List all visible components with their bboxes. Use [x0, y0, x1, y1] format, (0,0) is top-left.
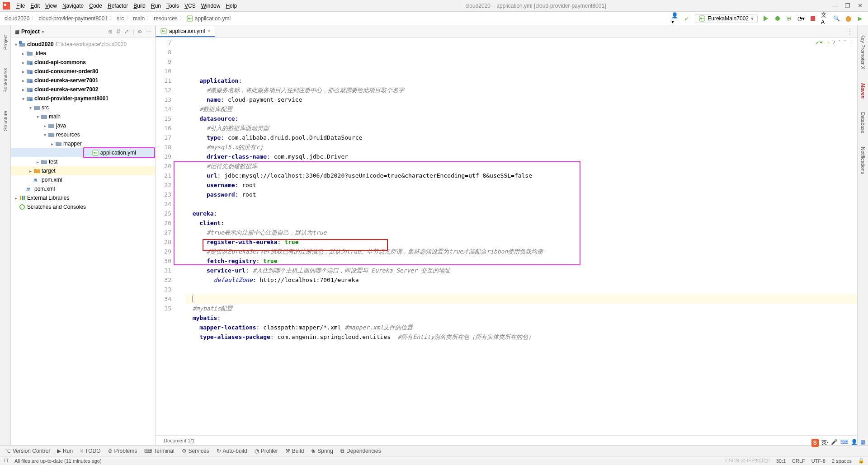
code-line-21[interactable]: eureka: — [185, 209, 857, 218]
code-line-31[interactable]: #mybatis配置 — [185, 304, 857, 313]
code-line-34[interactable]: type-aliases-package: com.angenin.spring… — [185, 332, 857, 342]
expand-arrow[interactable]: ▸ — [20, 87, 26, 92]
code-line-12[interactable]: #引入的数据库驱动类型 — [185, 123, 857, 133]
tool-window-todo[interactable]: ≡TODO — [80, 448, 100, 454]
tool-window-version-control[interactable]: ⌥Version Control — [5, 448, 50, 454]
tree-item-pom-xml[interactable]: pom.xml — [11, 175, 155, 184]
tree-item-cloud2020[interactable]: ▾cloud2020 E:\idea-workspace\cloud2020 — [11, 40, 155, 49]
tool-window-terminal[interactable]: ⌨Terminal — [144, 448, 174, 454]
back-arrow-icon[interactable]: ↙ — [683, 15, 690, 22]
expand-arrow[interactable]: ▸ — [20, 69, 26, 74]
breadcrumb-item[interactable]: application.yml — [195, 15, 231, 22]
code-line-22[interactable]: client: — [185, 218, 857, 228]
code-line-33[interactable]: mapper-locations: classpath:mapper/*.xml… — [185, 323, 857, 332]
expand-arrow[interactable]: ▸ — [20, 78, 26, 83]
tool-window-build[interactable]: ⚒Build — [285, 448, 304, 454]
code-line-14[interactable]: #mysql5.x的没有cj — [185, 142, 857, 152]
code-line-16[interactable]: #记得先创建数据库 — [185, 161, 857, 171]
menu-file[interactable]: File — [14, 2, 28, 10]
expand-arrow[interactable]: ▾ — [20, 96, 26, 101]
breadcrumb-item[interactable]: cloud2020 — [5, 15, 29, 22]
run-anything-icon[interactable]: ▶ — [856, 15, 863, 22]
keyboard-icon[interactable]: ⌨ — [840, 439, 848, 447]
close-tab-icon[interactable]: × — [207, 28, 210, 34]
expand-arrow[interactable]: ▾ — [34, 114, 41, 119]
expand-all-icon[interactable]: ⇵ — [116, 28, 121, 35]
code-line-25[interactable]: #是否从EurekaServer抓取已有的注册信息，默认为true。单节点无所谓… — [185, 247, 857, 256]
tree-item-java[interactable]: ▸java — [11, 121, 155, 130]
code-line-35[interactable] — [185, 342, 857, 351]
code-line-11[interactable]: datasource: — [185, 114, 857, 123]
user-icon[interactable]: 👤 — [851, 439, 858, 447]
close-window-button[interactable]: ✕ — [858, 2, 863, 9]
hide-icon[interactable]: — — [146, 28, 151, 35]
search-icon[interactable]: 🔍 — [833, 15, 840, 22]
run-config-selector[interactable]: EurekaMain7002 ▾ — [695, 14, 758, 23]
expand-arrow[interactable]: ▸ — [34, 160, 41, 164]
menu-window[interactable]: Window — [198, 2, 223, 10]
idea-icon[interactable]: ⬤ — [844, 15, 852, 22]
breadcrumb-item[interactable]: main — [133, 15, 145, 22]
inspection-widget[interactable]: ✔⏷ ⚠2 ˆˇ⋮ — [816, 40, 854, 46]
ime-icon[interactable]: S — [811, 439, 819, 447]
breadcrumb-item[interactable]: src — [117, 15, 124, 22]
code-line-20[interactable] — [185, 199, 857, 209]
menu-view[interactable]: View — [42, 2, 60, 10]
tree-item-cloud-consumer-order80[interactable]: ▸cloud-consumer-order80 — [11, 67, 155, 76]
code-editor[interactable]: ✔⏷ ⚠2 ˆˇ⋮ 789101112131415161718192021222… — [156, 38, 857, 435]
collapse-all-icon[interactable]: ⤢ — [124, 28, 129, 35]
tool-window-services[interactable]: ⚙Services — [182, 448, 209, 454]
tree-item-application-yml[interactable]: application.yml — [11, 148, 155, 157]
lang-icon[interactable]: 英· — [821, 439, 828, 447]
tree-item-resources[interactable]: ▾resources — [11, 130, 155, 139]
tab-options-icon[interactable]: ⋮ — [847, 28, 857, 35]
debug-icon[interactable] — [774, 15, 781, 22]
tree-item-external-libraries[interactable]: ▸External Libraries — [11, 193, 155, 202]
translate-icon[interactable]: 文A — [821, 15, 828, 22]
mic-icon[interactable]: 🎤 — [831, 439, 838, 447]
code-line-27[interactable]: service-url: #入住到哪个主机上面的哪个端口，即设置与 Eureka… — [185, 266, 857, 275]
expand-arrow[interactable]: ▾ — [13, 42, 19, 47]
project-tree[interactable]: ▾cloud2020 E:\idea-workspace\cloud2020▸.… — [11, 38, 155, 445]
code-line-13[interactable]: type: com.alibaba.druid.pool.DruidDataSo… — [185, 133, 857, 142]
grid-icon[interactable]: ▦ — [860, 439, 865, 447]
tree-item-pom-xml[interactable]: pom.xml — [11, 184, 155, 193]
tree-item-cloud-provider-payment8001[interactable]: ▾cloud-provider-payment8001 — [11, 94, 155, 103]
stop-icon[interactable] — [809, 15, 816, 22]
code-line-9[interactable]: name: cloud-payment-service — [185, 95, 857, 104]
expand-arrow[interactable]: ▸ — [20, 60, 26, 65]
code-line-10[interactable]: #数据库配置 — [185, 104, 857, 114]
gear-icon[interactable]: ⚙ — [137, 28, 142, 35]
code-line-17[interactable]: url: jdbc:mysql://localhost:3306/db2020?… — [185, 171, 857, 180]
tool-window-spring[interactable]: ❀Spring — [311, 448, 333, 454]
code-line-26[interactable]: fetch-registry: true — [185, 256, 857, 266]
line-separator[interactable]: CRLF — [792, 458, 805, 464]
sidebar-tab-notifications[interactable]: Notifications — [860, 147, 866, 174]
caret-position[interactable]: 30:1 — [776, 458, 786, 464]
code-line-24[interactable]: register-with-eureka: true — [185, 237, 857, 247]
code-line-23[interactable]: #true表示向注册中心注册自己，默认为true — [185, 228, 857, 237]
expand-arrow[interactable]: ▸ — [13, 196, 19, 201]
sidebar-tab-keypromoter[interactable]: Key Promoter X — [860, 34, 866, 70]
tree-item-target[interactable]: ▸target — [11, 166, 155, 175]
tool-window-profiler[interactable]: ◔Profiler — [255, 448, 278, 454]
expand-arrow[interactable]: ▸ — [27, 169, 33, 174]
expand-arrow[interactable]: ▸ — [42, 123, 48, 128]
tree-item-cloud-api-commons[interactable]: ▸cloud-api-commons — [11, 58, 155, 67]
indent-info[interactable]: 2 spaces — [832, 458, 852, 464]
select-opened-file-icon[interactable]: ⊕ — [108, 28, 113, 35]
tree-item-cloud-eureka-server7001[interactable]: ▸cloud-eureka-server7001 — [11, 76, 155, 85]
file-encoding[interactable]: UTF-8 — [811, 458, 826, 464]
breadcrumb-item[interactable]: resources — [154, 15, 178, 22]
code-line-8[interactable]: #微服务名称，将此服务项目入住到注册中心，那么就需要给此项目取个名字 — [185, 85, 857, 95]
code-content[interactable]: application: #微服务名称，将此服务项目入住到注册中心，那么就需要给… — [183, 38, 857, 435]
code-line-19[interactable]: password: root — [185, 190, 857, 199]
minimize-button[interactable]: — — [832, 2, 838, 9]
editor-tab-application-yml[interactable]: application.yml × — [156, 26, 215, 37]
code-line-7[interactable]: application: — [185, 76, 857, 85]
sidebar-tab-database[interactable]: Database — [860, 112, 866, 133]
tree-item-src[interactable]: ▾src — [11, 103, 155, 112]
tree-item-test[interactable]: ▸test — [11, 157, 155, 166]
expand-arrow[interactable]: ▾ — [27, 105, 33, 110]
menu-build[interactable]: Build — [131, 2, 148, 10]
